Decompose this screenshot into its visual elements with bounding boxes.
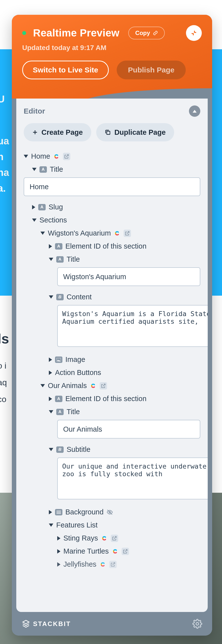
- open-external-button[interactable]: [124, 230, 131, 237]
- copy-label: Copy: [135, 30, 150, 36]
- editor-heading: Editor: [24, 107, 45, 115]
- text-field-icon: A: [40, 166, 47, 173]
- chevron-right-icon: [32, 205, 35, 210]
- tree-node-sections[interactable]: Sections: [32, 214, 200, 227]
- our-animals-subtitle-textarea[interactable]: [57, 458, 208, 500]
- image-field-icon: [55, 356, 62, 363]
- minimize-panel-button[interactable]: [186, 25, 202, 41]
- tree-node-wigstons-action-buttons[interactable]: Action Buttons: [49, 366, 200, 379]
- create-page-button[interactable]: Create Page: [24, 123, 91, 142]
- hidden-icon: [107, 509, 113, 516]
- external-link-icon: [110, 562, 116, 567]
- chevron-right-icon: [49, 510, 52, 514]
- chevron-down-icon: [41, 384, 45, 387]
- tree-node-feature-sting-rays[interactable]: Sting Rays: [57, 532, 200, 545]
- link-icon: [153, 30, 158, 36]
- site-bg-heading: ls: [0, 328, 9, 350]
- chevron-down-icon: [24, 155, 28, 158]
- our-animals-title-input[interactable]: [57, 420, 200, 438]
- panel-footer: STACKBIT: [12, 612, 212, 636]
- site-bg-text: U: [0, 91, 5, 107]
- richtext-field-icon: B: [56, 294, 64, 300]
- contentful-icon: [90, 382, 97, 389]
- tree-node-our-animals-subtitle[interactable]: B Subtitle: [49, 443, 200, 456]
- open-external-button[interactable]: [63, 153, 70, 160]
- chevron-right-icon: [57, 562, 60, 567]
- chevron-right-icon: [49, 370, 52, 375]
- site-bg-text: o iaqco.: [0, 357, 7, 424]
- stackbit-logo-icon: [22, 620, 30, 628]
- external-link-icon: [112, 536, 117, 541]
- tree-node-slug[interactable]: A Slug: [32, 200, 200, 214]
- open-external-button[interactable]: [100, 382, 107, 390]
- text-field-icon: A: [38, 204, 46, 210]
- wigstons-content-textarea[interactable]: [57, 305, 208, 347]
- contentful-icon: [114, 230, 121, 237]
- text-field-icon: A: [55, 396, 62, 402]
- tree-node-element-id[interactable]: A Element ID of this section: [49, 240, 200, 253]
- chevron-down-icon: [49, 524, 53, 527]
- svg-rect-4: [57, 513, 61, 514]
- contentful-icon: [53, 153, 60, 160]
- chevron-down-icon: [49, 410, 53, 414]
- svg-point-6: [196, 622, 199, 625]
- tree-node-features-list[interactable]: Features List: [49, 518, 200, 532]
- switch-to-live-button[interactable]: Switch to Live Site: [22, 60, 109, 79]
- tree-node-our-animals-element-id[interactable]: A Element ID of this section: [49, 392, 200, 405]
- richtext-field-icon: B: [56, 446, 64, 453]
- svg-rect-2: [57, 511, 61, 511]
- title-input[interactable]: [24, 178, 200, 196]
- external-link-icon: [123, 549, 128, 554]
- open-external-button[interactable]: [122, 548, 129, 555]
- tree-node-title[interactable]: A Title: [32, 163, 200, 176]
- svg-rect-0: [107, 131, 110, 134]
- chevron-right-icon: [49, 397, 52, 401]
- duplicate-page-button[interactable]: Duplicate Page: [96, 123, 174, 142]
- chevron-up-icon: [193, 110, 196, 112]
- text-field-icon: A: [56, 409, 64, 415]
- stackbit-panel: Realtime Preview Copy Updated today at 9…: [12, 15, 212, 636]
- chevron-down-icon: [49, 448, 53, 451]
- chevron-down-icon: [32, 218, 37, 222]
- editor-body: Editor Create Page Duplicate Page: [16, 98, 208, 612]
- open-external-button[interactable]: [109, 561, 117, 568]
- preview-title: Realtime Preview: [33, 27, 119, 39]
- tree-node-section-our-animals[interactable]: Our Animals: [41, 379, 200, 392]
- chevron-down-icon: [32, 168, 37, 171]
- stackbit-logo: STACKBIT: [22, 620, 71, 628]
- tree-node-wigstons-title[interactable]: A Title: [49, 253, 200, 266]
- text-field-icon: A: [55, 243, 62, 250]
- tree-node-wigstons-image[interactable]: Image: [49, 353, 200, 366]
- external-link-icon: [64, 154, 69, 159]
- object-field-icon: [55, 509, 62, 516]
- contentful-icon: [112, 548, 119, 555]
- tree-node-feature-jellyfishes[interactable]: Jellyfishes: [57, 558, 200, 571]
- tree-node-home[interactable]: Home: [24, 150, 200, 163]
- tree-node-our-animals-background[interactable]: Background: [49, 506, 200, 518]
- svg-rect-3: [57, 512, 61, 512]
- tree-node-our-animals-title[interactable]: A Title: [49, 405, 200, 418]
- copy-link-button[interactable]: Copy: [128, 26, 165, 40]
- contentful-icon: [101, 535, 108, 542]
- chevron-right-icon: [49, 358, 52, 362]
- chevron-right-icon: [49, 244, 52, 248]
- collapse-editor-button[interactable]: [189, 106, 200, 117]
- settings-button[interactable]: [192, 619, 202, 629]
- publish-page-button[interactable]: Publish Page: [117, 60, 186, 79]
- open-external-button[interactable]: [111, 534, 118, 542]
- tree-node-section-wigstons[interactable]: Wigston's Aquarium: [41, 227, 200, 240]
- updated-timestamp: Updated today at 9:17 AM: [22, 44, 202, 52]
- chevron-right-icon: [57, 536, 60, 540]
- chevron-down-icon: [41, 232, 45, 235]
- content-tree: Home A Title A Slug: [24, 150, 200, 571]
- contentful-icon: [99, 561, 106, 568]
- chevron-down-icon: [49, 296, 53, 298]
- chevron-right-icon: [57, 549, 60, 554]
- tree-node-feature-marine-turtles[interactable]: Marine Turtles: [57, 545, 200, 558]
- corner-arrow-icon: [190, 30, 197, 36]
- text-field-icon: A: [56, 256, 64, 263]
- panel-header: Realtime Preview Copy Updated today at 9…: [12, 15, 212, 98]
- tree-node-wigstons-content[interactable]: B Content: [49, 290, 200, 304]
- wigstons-title-input[interactable]: [57, 267, 200, 286]
- chevron-down-icon: [49, 258, 53, 261]
